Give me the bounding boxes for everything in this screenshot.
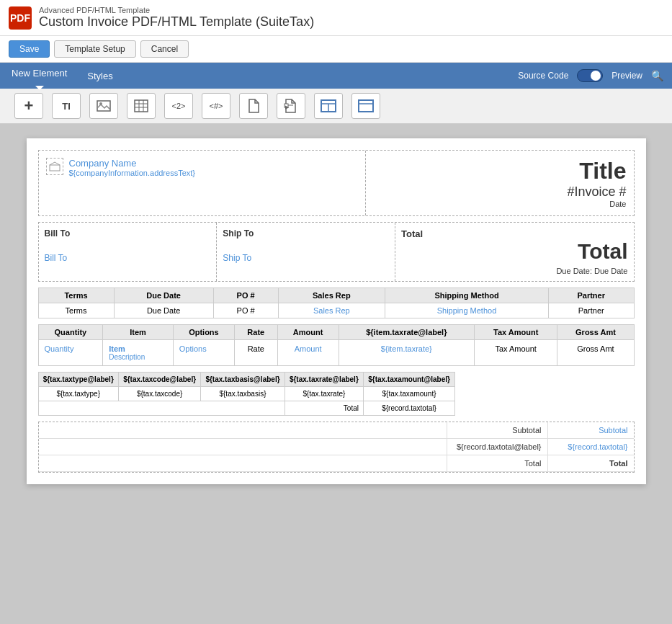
toolbar: + TI <2> <#> ▶ — [0, 89, 672, 124]
doc-header-left: Company Name ${companyInformation.addres… — [39, 151, 366, 215]
terms-val-terms: Terms — [38, 303, 114, 318]
app-header: PDF Advanced PDF/HTML Template Custom In… — [0, 0, 672, 36]
doc-header: Company Name ${companyInformation.addres… — [38, 150, 635, 216]
preview-label[interactable]: Preview — [611, 71, 642, 81]
tax-section: ${tax.taxtype@label} ${tax.taxcode@label… — [38, 372, 635, 416]
image-btn[interactable] — [89, 93, 118, 119]
source-code-toggle[interactable] — [577, 69, 603, 82]
text-btn[interactable]: TI — [52, 93, 81, 119]
terms-header-salesrep: Sales Rep — [278, 288, 385, 303]
taxtotal-label: ${record.taxtotal@label} — [447, 439, 547, 455]
terms-data-row: Terms Due Date PO # Sales Rep Shipping M… — [38, 303, 634, 318]
tax-data-row: ${tax.taxtype} ${tax.taxcode} ${tax.taxb… — [38, 387, 455, 401]
items-header-amount: Amount — [277, 325, 339, 340]
bill-to-header: Bill To — [45, 228, 211, 239]
items-header-taxrate: ${item.taxrate@label} — [339, 325, 474, 340]
items-val-quantity: Quantity — [38, 340, 103, 366]
company-address: ${companyInformation.addressText} — [69, 169, 196, 177]
item-name: Item — [109, 344, 167, 353]
company-info: Company Name ${companyInformation.addres… — [69, 158, 196, 177]
items-table: Quantity Item Options Rate Amount ${item… — [38, 324, 635, 366]
tax-val-taxrate: ${tax.taxrate} — [285, 387, 363, 401]
terms-val-partner: Partner — [548, 303, 634, 318]
items-header-rate: Rate — [235, 325, 277, 340]
nav-indicator — [35, 86, 44, 90]
html-btn[interactable]: <2> — [164, 93, 193, 119]
tax-total-value: ${record.taxtotal} — [363, 401, 454, 416]
terms-header-duedate: Due Date — [114, 288, 213, 303]
terms-header-partner: Partner — [548, 288, 634, 303]
canvas-area: Company Name ${companyInformation.addres… — [0, 124, 672, 556]
items-val-taxamt: Tax Amount — [474, 340, 557, 366]
items-header-item: Item — [103, 325, 174, 340]
item-desc: Description — [109, 353, 167, 361]
styles-label[interactable]: Styles — [84, 65, 115, 87]
tax-header-taxtype: ${tax.taxtype@label} — [38, 373, 118, 387]
tax-header-taxbasis: ${tax.taxbasis@label} — [201, 373, 285, 387]
total-label: Total — [447, 455, 547, 471]
items-header-grossamt: Gross Amt — [557, 325, 634, 340]
layout1-btn[interactable] — [314, 93, 343, 119]
company-name: Company Name — [69, 158, 196, 169]
app-title-block: Advanced PDF/HTML Template Custom Invoic… — [39, 6, 314, 30]
ship-col: Ship To Ship To — [217, 223, 395, 281]
tax-val-taxcode: ${tax.taxcode} — [118, 387, 200, 401]
add-element-btn[interactable]: + — [14, 93, 43, 119]
items-val-options: Options — [173, 340, 234, 366]
svg-rect-15 — [50, 165, 60, 171]
bill-col: Bill To Bill To — [39, 223, 218, 281]
search-icon[interactable]: 🔍 — [651, 70, 663, 81]
layout2-btn[interactable] — [351, 93, 380, 119]
company-logo-placeholder — [46, 158, 63, 175]
doc-title: Title — [373, 158, 627, 184]
tax-table: ${tax.taxtype@label} ${tax.taxcode@label… — [38, 372, 456, 416]
nav-right: Source Code Preview 🔍 — [518, 69, 663, 82]
app-icon: PDF — [9, 6, 32, 30]
html2-btn[interactable]: <#> — [202, 93, 230, 119]
template-setup-button[interactable]: Template Setup — [54, 40, 135, 58]
tax-total-spacer — [38, 401, 285, 416]
tax-val-taxbasis: ${tax.taxbasis} — [201, 387, 285, 401]
total-value: Total — [547, 455, 634, 471]
doc-header-right: Title #Invoice # Date — [366, 151, 634, 215]
totals-section: Subtotal Subtotal ${record.taxtotal@labe… — [38, 422, 635, 473]
subtotal-value: Subtotal — [547, 422, 634, 438]
terms-val-shipping: Shipping Method — [385, 303, 549, 318]
tax-header-row: ${tax.taxtype@label} ${tax.taxcode@label… — [38, 373, 455, 387]
cancel-button[interactable]: Cancel — [140, 40, 189, 58]
terms-header-terms: Terms — [38, 288, 114, 303]
items-header-options: Options — [173, 325, 234, 340]
bill-to-value: Bill To — [45, 253, 211, 263]
doc-date: Date — [373, 200, 627, 208]
action-bar: Save Template Setup Cancel — [0, 36, 672, 63]
svg-rect-2 — [135, 100, 148, 112]
tax-total-row: Total ${record.taxtotal} — [38, 401, 455, 416]
app-subtitle: Advanced PDF/HTML Template — [39, 6, 314, 14]
new-element-nav[interactable]: New Element — [9, 62, 70, 90]
tax-val-taxtype: ${tax.taxtype} — [38, 387, 118, 401]
file2-btn[interactable]: ▶ — [277, 93, 305, 119]
total-value: Total — [401, 239, 627, 264]
terms-val-po: PO # — [213, 303, 278, 318]
tax-header-taxamount: ${tax.taxamount@label} — [363, 373, 454, 387]
save-button[interactable]: Save — [9, 40, 50, 58]
items-val-taxrate: ${item.taxrate} — [339, 340, 474, 366]
items-header-row: Quantity Item Options Rate Amount ${item… — [38, 325, 634, 340]
file-btn[interactable] — [239, 93, 268, 119]
total-col: Total Total Due Date: Due Date — [395, 223, 633, 281]
app-icon-label: PDF — [10, 12, 30, 24]
new-element-label: New Element — [9, 62, 70, 84]
terms-val-salesrep: Sales Rep — [278, 303, 385, 318]
source-code-label: Source Code — [518, 71, 568, 81]
subtotal-label: Subtotal — [447, 422, 547, 438]
ship-to-header: Ship To — [223, 228, 389, 239]
nav-bar: New Element Styles Source Code Preview 🔍 — [0, 63, 672, 89]
terms-val-duedate: Due Date — [114, 303, 213, 318]
items-val-grossamt: Gross Amt — [557, 340, 634, 366]
items-val-rate: Rate — [235, 340, 277, 366]
toggle-knob — [591, 71, 601, 81]
table-btn[interactable] — [127, 93, 156, 119]
terms-header-po: PO # — [213, 288, 278, 303]
terms-header-shipping: Shipping Method — [385, 288, 549, 303]
invoice-num: #Invoice # — [373, 184, 627, 200]
